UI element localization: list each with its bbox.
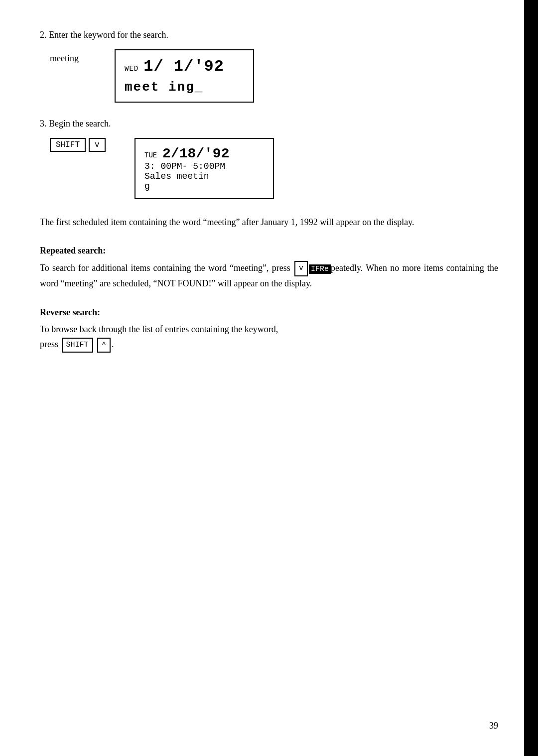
repeated-body-before: To search for additional items containin… <box>40 263 293 273</box>
step-2-content: meeting WED 1/ 1/'92 meet ing_ <box>50 49 498 103</box>
display-day-1: WED <box>125 65 138 73</box>
section-repeated: Repeated search: To search for additiona… <box>40 244 498 291</box>
step-3-keys: SHIFT v <box>50 138 115 157</box>
display-date-2: 2/18/'92 <box>162 146 229 161</box>
step-3-content: SHIFT v TUE 2/18/'92 3: 00PM- 5:00PM Sal… <box>50 138 498 199</box>
reverse-body-1: To browse back through the list of entri… <box>40 324 278 334</box>
display-date-line-1: WED 1/ 1/'92 <box>125 57 244 76</box>
display-box-2: TUE 2/18/'92 3: 00PM- 5:00PM Sales meeti… <box>134 138 274 199</box>
display-box-1: WED 1/ 1/'92 meet ing_ <box>115 49 254 103</box>
repeated-search-heading: Repeated search: <box>40 244 498 258</box>
section-reverse: Reverse search: To browse back through t… <box>40 305 498 353</box>
keyword-text: meeting <box>50 53 95 64</box>
reverse-search-body: To browse back through the list of entri… <box>40 322 498 353</box>
step-2: 2. Enter the keyword for the search. mee… <box>40 30 498 103</box>
repeated-down-key[interactable]: v <box>294 261 308 276</box>
repeated-search-body: To search for additional items containin… <box>40 261 498 291</box>
step-3: 3. Begin the search. SHIFT v TUE 2/18/'9… <box>40 119 498 199</box>
black-bar <box>524 0 538 756</box>
down-key[interactable]: v <box>89 138 106 152</box>
step-3-label: 3. Begin the search. <box>40 119 498 129</box>
reverse-press-label: press <box>40 339 61 349</box>
step-2-label: 2. Enter the keyword for the search. <box>40 30 498 40</box>
paragraph-1: The first scheduled item containing the … <box>40 215 498 230</box>
display-entry-1: meet ing_ <box>125 80 244 95</box>
display-entry-2: Sales meetin g <box>144 171 264 191</box>
paragraph-1-text: The first scheduled item containing the … <box>40 217 414 227</box>
display-time-line: 3: 00PM- 5:00PM <box>144 161 264 171</box>
display-date-1: 1/ 1/'92 <box>143 57 224 76</box>
page-number: 39 <box>489 721 498 731</box>
reverse-up-key[interactable]: ^ <box>97 338 111 353</box>
reverse-search-heading: Reverse search: <box>40 305 498 320</box>
display-day-2: TUE <box>144 151 157 159</box>
reverse-shift-key[interactable]: SHIFT <box>62 338 93 353</box>
repeated-ifre-highlight: IFRe <box>309 264 331 274</box>
display-date-line-2: TUE 2/18/'92 <box>144 146 264 161</box>
reverse-period: . <box>112 339 114 349</box>
shift-key[interactable]: SHIFT <box>50 138 86 152</box>
shift-row: SHIFT v <box>50 138 115 152</box>
